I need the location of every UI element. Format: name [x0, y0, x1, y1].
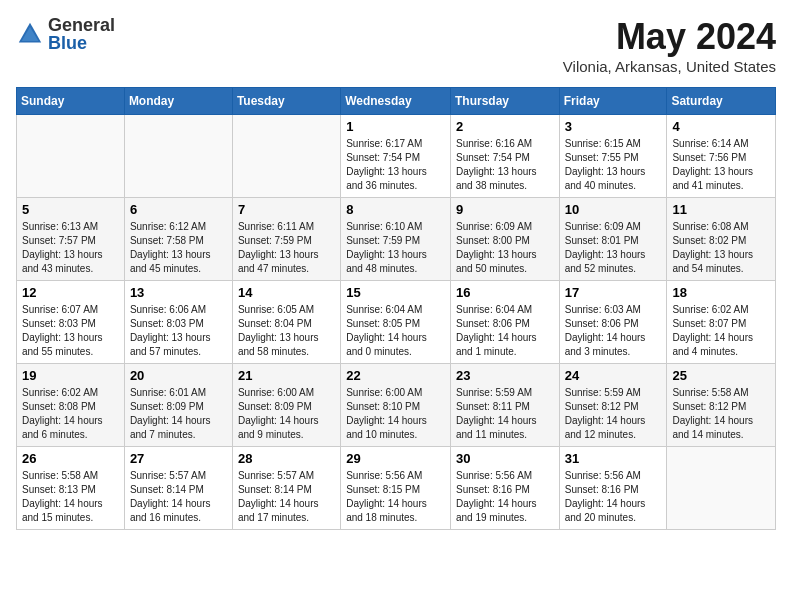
day-number: 29	[346, 451, 445, 466]
day-info: Sunrise: 5:59 AMSunset: 8:11 PMDaylight:…	[456, 386, 554, 442]
day-cell: 1Sunrise: 6:17 AMSunset: 7:54 PMDaylight…	[341, 115, 451, 198]
week-row-5: 26Sunrise: 5:58 AMSunset: 8:13 PMDayligh…	[17, 447, 776, 530]
day-cell: 16Sunrise: 6:04 AMSunset: 8:06 PMDayligh…	[450, 281, 559, 364]
day-number: 22	[346, 368, 445, 383]
day-number: 1	[346, 119, 445, 134]
day-info: Sunrise: 6:01 AMSunset: 8:09 PMDaylight:…	[130, 386, 227, 442]
day-number: 19	[22, 368, 119, 383]
day-info: Sunrise: 6:05 AMSunset: 8:04 PMDaylight:…	[238, 303, 335, 359]
day-number: 14	[238, 285, 335, 300]
header-day-friday: Friday	[559, 88, 667, 115]
day-number: 2	[456, 119, 554, 134]
day-cell: 18Sunrise: 6:02 AMSunset: 8:07 PMDayligh…	[667, 281, 776, 364]
week-row-3: 12Sunrise: 6:07 AMSunset: 8:03 PMDayligh…	[17, 281, 776, 364]
day-number: 6	[130, 202, 227, 217]
day-number: 5	[22, 202, 119, 217]
day-info: Sunrise: 5:57 AMSunset: 8:14 PMDaylight:…	[130, 469, 227, 525]
day-info: Sunrise: 6:04 AMSunset: 8:05 PMDaylight:…	[346, 303, 445, 359]
day-cell: 10Sunrise: 6:09 AMSunset: 8:01 PMDayligh…	[559, 198, 667, 281]
day-number: 7	[238, 202, 335, 217]
day-number: 11	[672, 202, 770, 217]
day-info: Sunrise: 6:04 AMSunset: 8:06 PMDaylight:…	[456, 303, 554, 359]
day-cell: 11Sunrise: 6:08 AMSunset: 8:02 PMDayligh…	[667, 198, 776, 281]
day-number: 3	[565, 119, 662, 134]
day-cell: 31Sunrise: 5:56 AMSunset: 8:16 PMDayligh…	[559, 447, 667, 530]
day-info: Sunrise: 6:02 AMSunset: 8:07 PMDaylight:…	[672, 303, 770, 359]
header-row: SundayMondayTuesdayWednesdayThursdayFrid…	[17, 88, 776, 115]
day-cell	[17, 115, 125, 198]
day-cell: 5Sunrise: 6:13 AMSunset: 7:57 PMDaylight…	[17, 198, 125, 281]
day-cell: 27Sunrise: 5:57 AMSunset: 8:14 PMDayligh…	[124, 447, 232, 530]
title-block: May 2024 Vilonia, Arkansas, United State…	[563, 16, 776, 75]
day-number: 16	[456, 285, 554, 300]
day-info: Sunrise: 6:02 AMSunset: 8:08 PMDaylight:…	[22, 386, 119, 442]
day-number: 21	[238, 368, 335, 383]
day-number: 26	[22, 451, 119, 466]
day-cell: 20Sunrise: 6:01 AMSunset: 8:09 PMDayligh…	[124, 364, 232, 447]
day-number: 27	[130, 451, 227, 466]
week-row-1: 1Sunrise: 6:17 AMSunset: 7:54 PMDaylight…	[17, 115, 776, 198]
logo-blue: Blue	[48, 34, 115, 52]
day-cell: 6Sunrise: 6:12 AMSunset: 7:58 PMDaylight…	[124, 198, 232, 281]
day-info: Sunrise: 6:11 AMSunset: 7:59 PMDaylight:…	[238, 220, 335, 276]
day-info: Sunrise: 5:56 AMSunset: 8:15 PMDaylight:…	[346, 469, 445, 525]
day-cell	[124, 115, 232, 198]
day-cell: 26Sunrise: 5:58 AMSunset: 8:13 PMDayligh…	[17, 447, 125, 530]
header-day-thursday: Thursday	[450, 88, 559, 115]
day-number: 15	[346, 285, 445, 300]
month-title: May 2024	[563, 16, 776, 58]
day-number: 20	[130, 368, 227, 383]
logo-icon	[16, 20, 44, 48]
day-info: Sunrise: 6:09 AMSunset: 8:00 PMDaylight:…	[456, 220, 554, 276]
day-cell: 21Sunrise: 6:00 AMSunset: 8:09 PMDayligh…	[232, 364, 340, 447]
logo: General Blue	[16, 16, 115, 52]
day-info: Sunrise: 6:15 AMSunset: 7:55 PMDaylight:…	[565, 137, 662, 193]
day-cell: 22Sunrise: 6:00 AMSunset: 8:10 PMDayligh…	[341, 364, 451, 447]
day-info: Sunrise: 5:58 AMSunset: 8:13 PMDaylight:…	[22, 469, 119, 525]
day-info: Sunrise: 6:13 AMSunset: 7:57 PMDaylight:…	[22, 220, 119, 276]
day-cell: 7Sunrise: 6:11 AMSunset: 7:59 PMDaylight…	[232, 198, 340, 281]
day-info: Sunrise: 6:00 AMSunset: 8:10 PMDaylight:…	[346, 386, 445, 442]
calendar-table: SundayMondayTuesdayWednesdayThursdayFrid…	[16, 87, 776, 530]
day-cell: 23Sunrise: 5:59 AMSunset: 8:11 PMDayligh…	[450, 364, 559, 447]
day-number: 18	[672, 285, 770, 300]
day-info: Sunrise: 6:09 AMSunset: 8:01 PMDaylight:…	[565, 220, 662, 276]
day-number: 10	[565, 202, 662, 217]
day-cell: 4Sunrise: 6:14 AMSunset: 7:56 PMDaylight…	[667, 115, 776, 198]
day-number: 23	[456, 368, 554, 383]
day-cell: 13Sunrise: 6:06 AMSunset: 8:03 PMDayligh…	[124, 281, 232, 364]
day-number: 17	[565, 285, 662, 300]
day-cell: 12Sunrise: 6:07 AMSunset: 8:03 PMDayligh…	[17, 281, 125, 364]
day-cell: 29Sunrise: 5:56 AMSunset: 8:15 PMDayligh…	[341, 447, 451, 530]
day-info: Sunrise: 5:56 AMSunset: 8:16 PMDaylight:…	[456, 469, 554, 525]
day-number: 13	[130, 285, 227, 300]
day-number: 12	[22, 285, 119, 300]
logo-text: General Blue	[48, 16, 115, 52]
day-info: Sunrise: 6:10 AMSunset: 7:59 PMDaylight:…	[346, 220, 445, 276]
day-number: 8	[346, 202, 445, 217]
day-number: 25	[672, 368, 770, 383]
day-info: Sunrise: 6:14 AMSunset: 7:56 PMDaylight:…	[672, 137, 770, 193]
day-cell: 9Sunrise: 6:09 AMSunset: 8:00 PMDaylight…	[450, 198, 559, 281]
day-info: Sunrise: 6:00 AMSunset: 8:09 PMDaylight:…	[238, 386, 335, 442]
day-cell: 2Sunrise: 6:16 AMSunset: 7:54 PMDaylight…	[450, 115, 559, 198]
day-number: 9	[456, 202, 554, 217]
day-number: 4	[672, 119, 770, 134]
day-info: Sunrise: 6:12 AMSunset: 7:58 PMDaylight:…	[130, 220, 227, 276]
header-day-saturday: Saturday	[667, 88, 776, 115]
day-number: 30	[456, 451, 554, 466]
week-row-4: 19Sunrise: 6:02 AMSunset: 8:08 PMDayligh…	[17, 364, 776, 447]
day-info: Sunrise: 6:06 AMSunset: 8:03 PMDaylight:…	[130, 303, 227, 359]
location: Vilonia, Arkansas, United States	[563, 58, 776, 75]
day-info: Sunrise: 6:08 AMSunset: 8:02 PMDaylight:…	[672, 220, 770, 276]
header-day-tuesday: Tuesday	[232, 88, 340, 115]
day-cell	[667, 447, 776, 530]
day-cell: 8Sunrise: 6:10 AMSunset: 7:59 PMDaylight…	[341, 198, 451, 281]
week-row-2: 5Sunrise: 6:13 AMSunset: 7:57 PMDaylight…	[17, 198, 776, 281]
day-cell: 24Sunrise: 5:59 AMSunset: 8:12 PMDayligh…	[559, 364, 667, 447]
day-info: Sunrise: 5:58 AMSunset: 8:12 PMDaylight:…	[672, 386, 770, 442]
header-day-monday: Monday	[124, 88, 232, 115]
day-info: Sunrise: 6:03 AMSunset: 8:06 PMDaylight:…	[565, 303, 662, 359]
day-cell: 30Sunrise: 5:56 AMSunset: 8:16 PMDayligh…	[450, 447, 559, 530]
day-cell	[232, 115, 340, 198]
